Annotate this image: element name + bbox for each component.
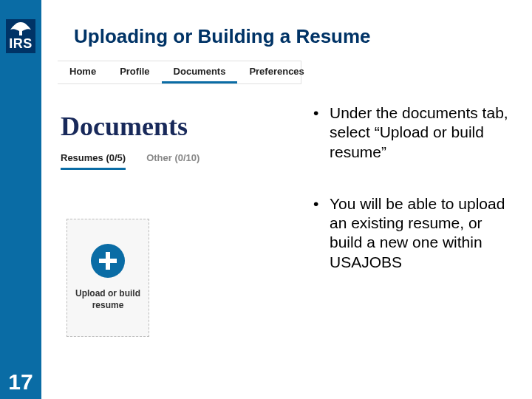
main-nav: Home Profile Documents Preferences	[58, 61, 301, 84]
upload-or-build-resume-card[interactable]: Upload or build resume	[66, 219, 149, 337]
nav-home[interactable]: Home	[58, 61, 108, 83]
plus-icon	[91, 244, 125, 278]
irs-logo: IRS	[6, 19, 35, 53]
documents-subtabs: Resumes (0/5) Other (0/10)	[61, 152, 200, 170]
bullet-item: You will be able to upload an existing r…	[310, 194, 517, 272]
irs-logo-text: IRS	[6, 36, 35, 52]
nav-documents[interactable]: Documents	[162, 61, 238, 83]
documents-heading: Documents	[61, 111, 188, 142]
nav-preferences[interactable]: Preferences	[237, 61, 316, 83]
subtab-resumes[interactable]: Resumes (0/5)	[61, 152, 126, 170]
nav-profile[interactable]: Profile	[108, 61, 161, 83]
page-number: 17	[0, 369, 41, 399]
eagle-icon	[9, 21, 33, 37]
subtab-other[interactable]: Other (0/10)	[146, 152, 200, 170]
instruction-bullets: Under the documents tab, select “Upload …	[310, 103, 517, 304]
slide-left-bar	[0, 0, 41, 399]
bullet-item: Under the documents tab, select “Upload …	[310, 103, 517, 162]
upload-card-label: Upload or build resume	[73, 288, 143, 311]
slide-title: Uploading or Building a Resume	[74, 25, 371, 48]
